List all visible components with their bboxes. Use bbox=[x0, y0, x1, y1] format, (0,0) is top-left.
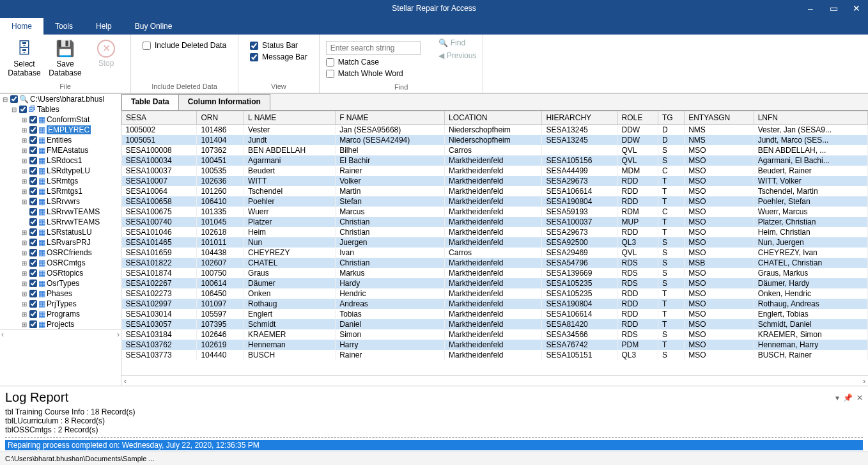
column-header[interactable]: L NAME bbox=[244, 111, 336, 125]
table-icon: ▦ bbox=[38, 279, 45, 288]
column-header[interactable]: LOCATION bbox=[445, 111, 542, 125]
close-icon[interactable]: ✕ bbox=[856, 393, 863, 402]
title-bar: Stellar Repair for Access – ▭ ✕ bbox=[0, 0, 868, 17]
match-case-checkbox[interactable]: Match Case bbox=[326, 58, 421, 67]
column-header[interactable]: LNFN bbox=[754, 111, 867, 125]
table-row[interactable]: SESA102267100614DäumerHardyMarktheidenfe… bbox=[122, 278, 868, 288]
tree-item-fmeastatus[interactable]: ⊞▦FMEAstatus bbox=[0, 145, 121, 155]
select-database-button[interactable]: 🗄 Select Database bbox=[6, 37, 42, 78]
table-row[interactable]: SESA102273106450OnkenHendricMarktheidenf… bbox=[122, 288, 868, 299]
chevron-left-icon: ◀ bbox=[438, 51, 444, 60]
tab-home[interactable]: Home bbox=[0, 18, 43, 35]
stop-button: ✕ Stop bbox=[88, 37, 124, 68]
table-row[interactable]: 1005051101404JundtMarco (SESA42494)Niede… bbox=[122, 135, 868, 145]
find-button[interactable]: 🔍Find bbox=[438, 38, 477, 47]
tree-item-osrtypes[interactable]: ⊞▦OsrTypes bbox=[0, 278, 121, 288]
tree-tables-node[interactable]: ⊟🗊Tables bbox=[0, 104, 121, 114]
tree-root-node[interactable]: ⊟🔍C:\Users\bharat.bhusl bbox=[0, 94, 121, 104]
table-row[interactable]: 1005002101486VesterJan (SESA95668)Nieder… bbox=[122, 125, 868, 136]
table-row[interactable]: SESA102997101097RothaugAndreasMarktheide… bbox=[122, 299, 868, 309]
column-header[interactable]: SESA bbox=[122, 111, 197, 125]
tab-tools[interactable]: Tools bbox=[43, 18, 84, 35]
table-icon: ▦ bbox=[38, 156, 45, 165]
table-icon: ▦ bbox=[38, 289, 45, 298]
tree-item-lsrrvwteams[interactable]: ▦LSRrvwTEAMS bbox=[0, 207, 121, 217]
database-icon: 🗄 bbox=[17, 40, 32, 58]
table-row[interactable]: SESA103014105597EnglertTobiasMarktheiden… bbox=[122, 309, 868, 319]
tab-help[interactable]: Help bbox=[84, 18, 123, 35]
tree-item-lsrdtypelu[interactable]: ⊞▦LSRdtypeLU bbox=[0, 166, 121, 176]
stop-icon: ✕ bbox=[97, 40, 115, 58]
grid-horizontal-scrollbar[interactable]: ‹› bbox=[121, 375, 868, 386]
table-row[interactable]: SESA100740101045PlatzerChristianMarkthei… bbox=[122, 217, 868, 227]
tree-item-conformstat[interactable]: ⊞▦ConformStat bbox=[0, 114, 121, 125]
column-header[interactable]: ROLE bbox=[617, 111, 658, 125]
table-icon: ▦ bbox=[38, 136, 45, 145]
minimize-button[interactable]: – bbox=[799, 0, 822, 17]
search-input[interactable] bbox=[326, 41, 421, 55]
table-row[interactable]: SESA10064101260TschendelMartinMarktheide… bbox=[122, 186, 868, 196]
table-icon: ▦ bbox=[38, 269, 45, 278]
tab-table-data[interactable]: Table Data bbox=[121, 94, 179, 110]
table-row[interactable]: SESA100034100451AgarmaniEl BachirMarkthe… bbox=[122, 155, 868, 166]
tree-item-lsrvarsprj[interactable]: ⊞▦LSRvarsPRJ bbox=[0, 237, 121, 248]
tree-item-prjtypes[interactable]: ⊞▦PrjTypes bbox=[0, 299, 121, 309]
table-row[interactable]: SESA100037100535BeudertRainerMarktheiden… bbox=[122, 166, 868, 176]
table-row[interactable]: SESA101822102607CHATELChristianMarktheid… bbox=[122, 258, 868, 268]
dropdown-icon[interactable]: ▾ bbox=[835, 393, 839, 402]
message-bar-checkbox[interactable]: Message Bar bbox=[250, 52, 307, 61]
previous-button[interactable]: ◀Previous bbox=[438, 51, 477, 60]
tree-item-lsrdocs1[interactable]: ⊞▦LSRdocs1 bbox=[0, 155, 121, 166]
tree-horizontal-scrollbar[interactable]: ‹› bbox=[0, 329, 121, 337]
status-bar-checkbox[interactable]: Status Bar bbox=[250, 41, 298, 50]
tree-item-projects[interactable]: ⊞▦Projects bbox=[0, 319, 121, 329]
table-icon: ▦ bbox=[38, 125, 45, 134]
tree-item-osrcfriends[interactable]: ⊞▦OSRCfriends bbox=[0, 248, 121, 258]
tab-column-information[interactable]: Column Information bbox=[178, 94, 270, 110]
log-line: tblLUcurriculum : 8 Record(s) bbox=[5, 416, 863, 425]
include-deleted-checkbox[interactable]: Include Deleted Data bbox=[143, 41, 226, 50]
table-row[interactable]: SESA103773104440BUSCHRainerMarktheidenfe… bbox=[122, 350, 868, 360]
table-row[interactable]: SESA101465101011NunJuergenMarktheidenfel… bbox=[122, 237, 868, 248]
table-row[interactable]: SESA101046102618HeimChristianMarktheiden… bbox=[122, 227, 868, 237]
tree-item-emplyrec[interactable]: ⊞▦EMPLYREC bbox=[0, 125, 121, 135]
tree-item-phases[interactable]: ⊞▦Phases bbox=[0, 288, 121, 299]
table-row[interactable]: SESA101874100750GrausMarkusMarktheidenfe… bbox=[122, 268, 868, 278]
column-header[interactable]: ENTYASGN bbox=[685, 111, 754, 125]
table-row[interactable]: SESA103762102619HennemanHarryMarktheiden… bbox=[122, 340, 868, 350]
table-icon: ▦ bbox=[38, 299, 45, 308]
log-panel: Log Report ▾ 📌 ✕ tbl Training Course Inf… bbox=[0, 386, 868, 452]
tree-item-lsrrvwteams[interactable]: ▦LSRrvwTEAMS bbox=[0, 217, 121, 227]
table-row[interactable]: SESA100675101335WuerrMarcusMarktheidenfe… bbox=[122, 207, 868, 217]
database-icon: 🔍 bbox=[19, 95, 29, 104]
column-header[interactable]: HIERARCHY bbox=[542, 111, 617, 125]
tab-buy-online[interactable]: Buy Online bbox=[123, 18, 184, 35]
close-button[interactable]: ✕ bbox=[845, 0, 868, 17]
table-row[interactable]: SESA100658106410PoehlerStefanMarktheiden… bbox=[122, 196, 868, 207]
save-database-button[interactable]: 💾 Save Database bbox=[47, 37, 83, 78]
column-header[interactable]: ORN bbox=[197, 111, 244, 125]
table-row[interactable]: SESA100008107362BEN ABDELLAHBilhelCarros… bbox=[122, 145, 868, 155]
tree-item-lsrmtgs[interactable]: ⊞▦LSRmtgs bbox=[0, 176, 121, 186]
tree-item-osrtopics[interactable]: ⊞▦OSRtopics bbox=[0, 268, 121, 278]
table-icon: ▦ bbox=[38, 238, 45, 247]
table-row[interactable]: SESA103057107395SchmidtDanielMarktheiden… bbox=[122, 319, 868, 329]
tree-item-lsrstatuslu[interactable]: ⊞▦LSRstatusLU bbox=[0, 227, 121, 237]
tree-item-lsrmtgs1[interactable]: ⊞▦LSRmtgs1 bbox=[0, 186, 121, 196]
tree-item-programs[interactable]: ⊞▦Programs bbox=[0, 309, 121, 319]
tree-item-lsrrvwrs[interactable]: ⊞▦LSRrvwrs bbox=[0, 196, 121, 207]
match-whole-word-checkbox[interactable]: Match Whole Word bbox=[326, 69, 421, 78]
table-row[interactable]: SESA10007102636WITTVolkerMarktheidenfeld… bbox=[122, 176, 868, 186]
app-title: Stellar Repair for Access bbox=[392, 4, 476, 13]
maximize-button[interactable]: ▭ bbox=[822, 0, 845, 17]
table-icon: ▦ bbox=[38, 228, 45, 237]
table-row[interactable]: SESA101659104438CHEYREZYIvanCarrosSESA29… bbox=[122, 248, 868, 258]
column-header[interactable]: TG bbox=[658, 111, 684, 125]
table-icon: ▦ bbox=[38, 115, 45, 124]
table-row[interactable]: SESA103184102646KRAEMERSimonMarktheidenf… bbox=[122, 329, 868, 340]
pin-icon[interactable]: 📌 bbox=[843, 393, 853, 402]
column-header[interactable]: F NAME bbox=[336, 111, 445, 125]
tree-item-entities[interactable]: ⊞▦Entities bbox=[0, 135, 121, 145]
tree-item-osrcmtgs[interactable]: ⊞▦OSRCmtgs bbox=[0, 258, 121, 268]
search-icon: 🔍 bbox=[438, 38, 448, 47]
